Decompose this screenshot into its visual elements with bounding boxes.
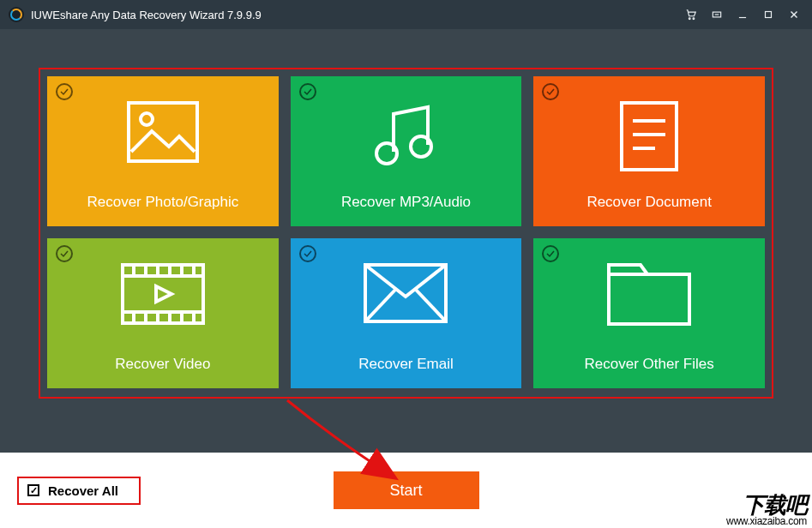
close-button[interactable] — [781, 4, 807, 25]
checkbox-icon: ✓ — [27, 484, 39, 496]
cart-button[interactable] — [678, 4, 704, 25]
close-icon — [788, 9, 800, 21]
svg-point-8 — [141, 113, 153, 125]
app-window: IUWEshare Any Data Recovery Wizard 7.9.9… — [0, 0, 812, 528]
key-icon — [711, 9, 723, 21]
tile-check-icon — [299, 245, 316, 262]
document-icon — [533, 100, 765, 172]
tile-check-icon — [542, 83, 559, 100]
mail-icon — [291, 262, 522, 324]
svg-rect-7 — [129, 103, 197, 161]
recover-all-checkbox[interactable]: ✓ Recover All — [17, 477, 141, 505]
tile-label: Recover Other Files — [585, 356, 714, 373]
start-label: Start — [389, 482, 422, 500]
svg-point-1 — [693, 18, 695, 20]
watermark-text: 下载吧 — [726, 494, 807, 516]
tile-recover-audio[interactable]: Recover MP3/Audio — [291, 76, 522, 226]
tiles-highlight-box: Recover Photo/Graphic Recover MP3/Audio — [39, 68, 773, 399]
watermark: 下载吧 www.xiazaiba.com — [718, 492, 812, 528]
minimize-button[interactable] — [730, 4, 755, 25]
content-area: Recover Photo/Graphic Recover MP3/Audio — [0, 29, 812, 453]
minimize-icon — [737, 9, 749, 21]
tile-check-icon — [542, 245, 559, 262]
tile-label: Recover Video — [115, 356, 210, 373]
start-button[interactable]: Start — [334, 471, 479, 509]
svg-line-32 — [365, 290, 395, 321]
watermark-url: www.xiazaiba.com — [726, 516, 807, 526]
tile-label: Recover Email — [358, 356, 454, 373]
svg-point-10 — [411, 136, 431, 157]
tile-label: Recover Photo/Graphic — [87, 194, 238, 211]
tile-recover-email[interactable]: Recover Email — [291, 238, 522, 388]
image-icon — [47, 100, 279, 164]
svg-rect-34 — [609, 274, 689, 324]
film-icon — [47, 262, 279, 326]
titlebar: IUWEshare Any Data Recovery Wizard 7.9.9… — [0, 0, 812, 29]
tile-label: Recover Document — [586, 194, 712, 211]
svg-line-33 — [416, 290, 446, 321]
cart-icon — [685, 9, 697, 21]
tile-check-icon — [56, 245, 73, 262]
tile-check-icon — [299, 83, 316, 100]
svg-point-0 — [689, 18, 690, 20]
svg-marker-30 — [156, 286, 171, 302]
tiles-grid: Recover Photo/Graphic Recover MP3/Audio — [47, 76, 765, 388]
svg-point-9 — [376, 143, 397, 164]
tile-recover-photo[interactable]: Recover Photo/Graphic — [47, 76, 279, 226]
key-button[interactable] — [704, 4, 730, 25]
tile-recover-other[interactable]: Recover Other Files — [533, 238, 765, 388]
tile-check-icon — [56, 83, 73, 100]
maximize-icon — [762, 9, 774, 21]
folder-icon — [533, 262, 765, 327]
app-title: IUWEshare Any Data Recovery Wizard 7.9.9… — [31, 9, 262, 21]
tile-recover-video[interactable]: Recover Video — [47, 238, 279, 388]
tile-label: Recover MP3/Audio — [341, 194, 471, 211]
maximize-button[interactable] — [755, 4, 781, 25]
app-logo-icon — [9, 7, 24, 22]
footer: ✓ Recover All Start — [0, 453, 812, 528]
tile-recover-document[interactable]: Recover Document — [533, 76, 765, 226]
recover-all-label: Recover All — [48, 483, 118, 498]
music-icon — [291, 100, 522, 171]
svg-rect-4 — [766, 12, 772, 18]
